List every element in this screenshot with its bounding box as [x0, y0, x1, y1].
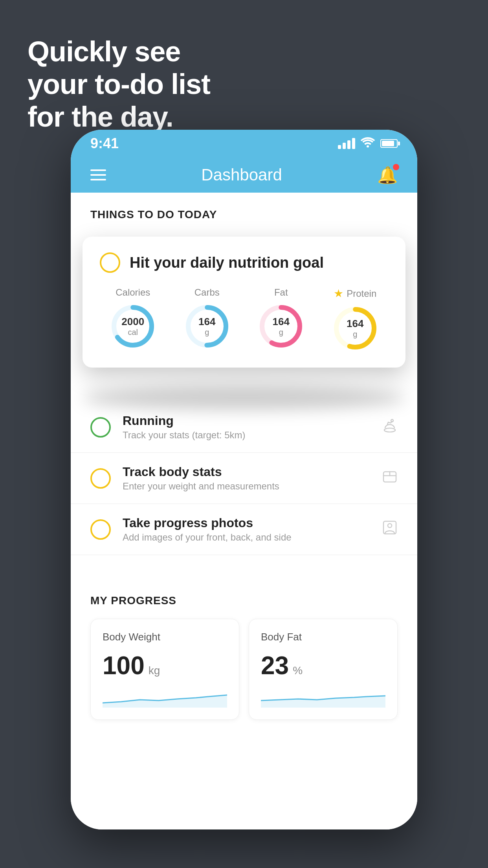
- card-title-row: Hit your daily nutrition goal: [100, 252, 388, 273]
- star-icon: ★: [334, 287, 343, 300]
- body-stats-sub: Enter your weight and measurements: [123, 481, 370, 492]
- fat-donut: 164 g: [257, 303, 305, 350]
- protein-unit: g: [347, 330, 363, 339]
- svg-point-8: [384, 428, 395, 432]
- nutrition-checkbox[interactable]: [100, 252, 120, 273]
- photos-name: Take progress photos: [123, 516, 370, 530]
- protein-donut: 164 g: [332, 305, 379, 352]
- photos-checkbox[interactable]: [90, 519, 111, 540]
- status-time: 9:41: [90, 135, 119, 152]
- headline-line2: your to-do list: [28, 68, 210, 101]
- body-weight-title: Body Weight: [103, 631, 227, 643]
- carbs-donut: 164 g: [183, 303, 231, 350]
- calories-unit: cal: [121, 328, 144, 337]
- body-fat-value-row: 23 %: [261, 651, 385, 680]
- body-fat-unit: %: [293, 664, 303, 677]
- protein-item: ★ Protein 164 g: [332, 287, 379, 352]
- body-weight-number: 100: [103, 651, 145, 680]
- svg-point-14: [388, 524, 392, 528]
- carbs-value: 164: [198, 316, 215, 328]
- status-bar: 9:41: [71, 130, 417, 157]
- wifi-icon: [361, 137, 375, 150]
- protein-value: 164: [347, 318, 363, 330]
- fat-unit: g: [273, 328, 290, 337]
- nutrition-card-title: Hit your daily nutrition goal: [130, 254, 324, 271]
- body-weight-chart: [103, 688, 227, 708]
- carbs-unit: g: [198, 328, 215, 337]
- things-to-do-title: THINGS TO DO TODAY: [90, 208, 398, 221]
- running-checkbox[interactable]: [90, 417, 111, 438]
- card-shadow: [83, 386, 405, 410]
- fat-label: Fat: [274, 287, 288, 298]
- person-icon: [382, 520, 398, 539]
- body-fat-chart: [261, 688, 385, 708]
- status-icons: [338, 137, 398, 150]
- todo-item-body-stats[interactable]: Track body stats Enter your weight and m…: [71, 453, 417, 504]
- nutrition-grid: Calories 2000 cal: [100, 287, 388, 352]
- carbs-item: Carbs 164 g: [183, 287, 231, 352]
- body-weight-unit: kg: [149, 664, 160, 677]
- headline: Quickly see your to-do list for the day.: [28, 35, 210, 133]
- running-sub: Track your stats (target: 5km): [123, 430, 370, 441]
- signal-icon: [338, 138, 355, 149]
- running-name: Running: [123, 414, 370, 428]
- todo-list: Running Track your stats (target: 5km): [71, 402, 417, 555]
- body-fat-title: Body Fat: [261, 631, 385, 643]
- body-fat-card[interactable]: Body Fat 23 %: [249, 619, 398, 720]
- nav-bar: Dashboard 🔔: [71, 157, 417, 193]
- carbs-label: Carbs: [194, 287, 220, 298]
- battery-icon: [380, 139, 398, 148]
- phone-frame: 9:41 Dashboard 🔔: [71, 130, 417, 829]
- headline-line1: Quickly see: [28, 35, 210, 68]
- headline-line3: for the day.: [28, 101, 210, 133]
- menu-button[interactable]: [90, 169, 106, 180]
- fat-item: Fat 164 g: [257, 287, 305, 352]
- nav-title: Dashboard: [201, 166, 282, 184]
- scale-icon: [382, 469, 398, 488]
- notification-dot: [393, 164, 399, 170]
- my-progress-title: MY PROGRESS: [90, 594, 398, 607]
- phone-content: THINGS TO DO TODAY Hit your daily nutrit…: [71, 193, 417, 829]
- todo-item-photos[interactable]: Take progress photos Add images of your …: [71, 504, 417, 555]
- my-progress-section: MY PROGRESS Body Weight 100 kg: [71, 579, 417, 736]
- photos-sub: Add images of your front, back, and side: [123, 532, 370, 543]
- svg-point-9: [391, 419, 393, 422]
- calories-value: 2000: [121, 316, 144, 328]
- body-fat-number: 23: [261, 651, 289, 680]
- running-icon: [382, 418, 398, 436]
- protein-label: ★ Protein: [334, 287, 376, 300]
- body-stats-checkbox[interactable]: [90, 468, 111, 489]
- body-weight-card[interactable]: Body Weight 100 kg: [90, 619, 239, 720]
- calories-donut: 2000 cal: [109, 303, 156, 350]
- featured-nutrition-card: Hit your daily nutrition goal Calories 2: [83, 237, 405, 368]
- calories-item: Calories 2000 cal: [109, 287, 156, 352]
- things-to-do-header: THINGS TO DO TODAY: [71, 193, 417, 229]
- bell-icon[interactable]: 🔔: [377, 166, 398, 185]
- body-weight-value-row: 100 kg: [103, 651, 227, 680]
- photos-text: Take progress photos Add images of your …: [123, 516, 370, 543]
- fat-value: 164: [273, 316, 290, 328]
- spacer: [71, 555, 417, 579]
- progress-cards: Body Weight 100 kg Body Fat: [90, 619, 398, 720]
- body-stats-text: Track body stats Enter your weight and m…: [123, 465, 370, 492]
- body-stats-name: Track body stats: [123, 465, 370, 479]
- calories-label: Calories: [116, 287, 150, 298]
- running-text: Running Track your stats (target: 5km): [123, 414, 370, 441]
